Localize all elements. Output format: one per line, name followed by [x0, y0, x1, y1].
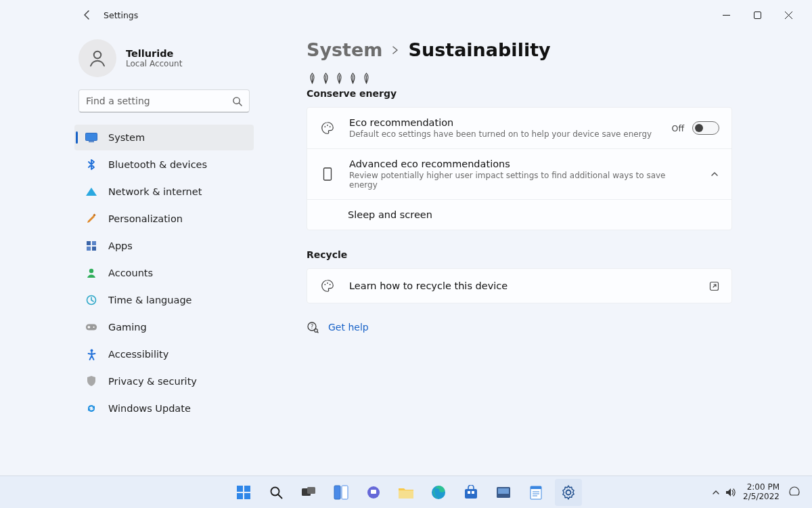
- wifi-icon: [85, 186, 97, 198]
- start-button[interactable]: [230, 479, 257, 506]
- maximize-button[interactable]: [742, 4, 773, 26]
- nav-item-network[interactable]: Network & internet: [74, 179, 254, 205]
- svg-rect-4: [89, 142, 94, 143]
- app-icon: [496, 486, 511, 499]
- svg-point-16: [90, 349, 93, 352]
- svg-rect-38: [371, 490, 376, 494]
- svg-rect-20: [324, 168, 332, 180]
- svg-point-17: [324, 126, 325, 127]
- svg-point-48: [566, 490, 571, 494]
- task-view-button[interactable]: [295, 479, 322, 506]
- nav-item-gaming[interactable]: Gaming: [74, 314, 254, 340]
- widgets-button[interactable]: [328, 479, 355, 506]
- nav-item-time-language[interactable]: Time & language: [74, 287, 254, 313]
- nav-item-label: Bluetooth & devices: [108, 159, 207, 170]
- eco-toggle[interactable]: [692, 121, 719, 135]
- page-title: Sustainability: [408, 39, 550, 60]
- close-button[interactable]: [773, 4, 804, 26]
- minimize-button[interactable]: [710, 4, 742, 26]
- svg-rect-9: [92, 247, 96, 251]
- chevron-up-icon: [712, 488, 720, 496]
- back-button[interactable]: [78, 5, 97, 24]
- settings-taskbar-button[interactable]: [555, 479, 582, 506]
- eco-recommendation-row[interactable]: Eco recommendation Default eco settings …: [307, 108, 731, 148]
- svg-rect-0: [754, 12, 761, 18]
- taskbar-date: 2/5/2022: [743, 492, 780, 502]
- breadcrumb: System Sustainability: [307, 39, 732, 60]
- search-input[interactable]: [86, 96, 232, 106]
- profile-block[interactable]: Telluride Local Account: [74, 34, 254, 89]
- chat-icon: [366, 485, 381, 500]
- palette-icon: [319, 278, 336, 293]
- nav-item-windows-update[interactable]: Windows Update: [74, 396, 254, 421]
- chevron-right-icon: [390, 45, 400, 55]
- notifications-icon: [788, 486, 800, 499]
- svg-point-13: [93, 326, 95, 328]
- svg-rect-42: [468, 491, 470, 494]
- svg-point-21: [324, 284, 325, 285]
- learn-recycle-row[interactable]: Learn how to recycle this device: [307, 269, 731, 303]
- section-label-conserve: Conserve energy: [307, 88, 732, 99]
- nav-item-label: Accessibility: [108, 349, 168, 360]
- taskbar-center: [230, 479, 582, 506]
- sleep-screen-row[interactable]: Sleep and screen: [307, 199, 731, 230]
- file-explorer-button[interactable]: [392, 479, 420, 506]
- accessibility-icon: [85, 348, 97, 360]
- system-tray[interactable]: [712, 488, 736, 497]
- svg-rect-45: [498, 488, 509, 494]
- svg-rect-30: [237, 493, 243, 499]
- get-help-link[interactable]: Get help: [328, 322, 369, 333]
- svg-point-10: [89, 269, 93, 273]
- pinned-app-2[interactable]: [522, 479, 549, 506]
- svg-rect-6: [87, 241, 91, 245]
- search-input-container[interactable]: [78, 89, 250, 112]
- pinned-app-1[interactable]: [490, 479, 517, 506]
- breadcrumb-parent[interactable]: System: [307, 39, 382, 60]
- svg-text:?: ?: [311, 324, 313, 330]
- nav-item-personalization[interactable]: Personalization: [74, 206, 254, 232]
- search-icon: [269, 486, 283, 499]
- svg-point-1: [94, 51, 102, 59]
- svg-rect-39: [399, 490, 413, 499]
- help-icon: ?: [307, 321, 319, 333]
- svg-rect-15: [89, 326, 90, 329]
- advanced-eco-row[interactable]: Advanced eco recommendations Review pote…: [307, 148, 731, 199]
- nav-item-label: Accounts: [108, 268, 153, 278]
- svg-rect-35: [334, 486, 340, 499]
- chat-button[interactable]: [360, 479, 387, 506]
- store-icon: [464, 485, 478, 500]
- chevron-up-icon: [710, 169, 719, 179]
- gear-icon: [561, 485, 576, 500]
- store-button[interactable]: [457, 479, 484, 506]
- sleep-title: Sleep and screen: [348, 209, 719, 220]
- arrow-left-icon: [82, 9, 93, 20]
- svg-rect-12: [86, 324, 97, 331]
- profile-name: Telluride: [126, 48, 182, 59]
- edge-icon: [431, 485, 446, 500]
- learn-recycle-title: Learn how to recycle this device: [349, 280, 696, 291]
- widgets-icon: [334, 485, 348, 500]
- nav-item-label: Privacy & security: [108, 376, 197, 387]
- edge-button[interactable]: [425, 479, 452, 506]
- advanced-title: Advanced eco recommendations: [349, 158, 696, 169]
- notifications-button[interactable]: [786, 484, 803, 501]
- nav-item-privacy-security[interactable]: Privacy & security: [74, 368, 254, 394]
- taskbar-search-button[interactable]: [263, 479, 290, 506]
- avatar: [78, 39, 116, 77]
- nav-item-accounts[interactable]: Accounts: [74, 260, 254, 286]
- svg-point-2: [233, 97, 240, 103]
- svg-rect-34: [307, 487, 315, 494]
- nav-item-bluetooth[interactable]: Bluetooth & devices: [74, 152, 254, 177]
- nav-item-system[interactable]: System: [74, 125, 254, 150]
- svg-point-32: [271, 487, 279, 495]
- apps-icon: [85, 240, 97, 252]
- nav-list: System Bluetooth & devices Network & int…: [74, 125, 254, 421]
- eco-subtitle: Default eco settings have been turned on…: [349, 129, 658, 139]
- conserve-card: Eco recommendation Default eco settings …: [307, 107, 732, 230]
- nav-item-apps[interactable]: Apps: [74, 233, 254, 259]
- get-help-row[interactable]: ? Get help: [307, 321, 732, 333]
- maximize-icon: [754, 12, 761, 19]
- palette-icon: [319, 121, 336, 135]
- nav-item-accessibility[interactable]: Accessibility: [74, 341, 254, 367]
- taskbar-clock[interactable]: 2:00 PM 2/5/2022: [743, 483, 780, 502]
